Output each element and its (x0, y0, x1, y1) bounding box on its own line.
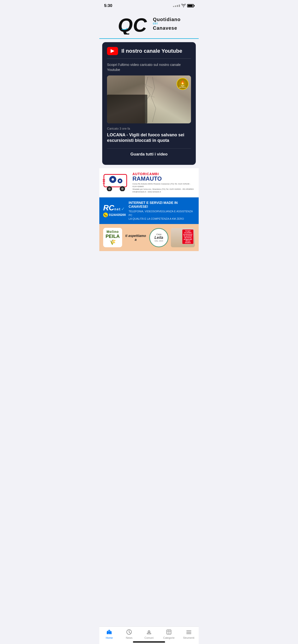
youtube-divider (107, 58, 191, 59)
svg-point-18 (119, 180, 121, 182)
svg-rect-12 (114, 179, 116, 180)
status-icons (173, 4, 194, 8)
app-header: Q C Quotidiano del Canavese (99, 10, 199, 39)
ad-molino[interactable]: Molino PEILA 🌾 ti aspettiamo a Casa Leil… (99, 224, 199, 251)
leila-text: Leila (155, 236, 163, 240)
youtube-play-icon (107, 47, 118, 55)
logo-canavese: Canavese (153, 26, 181, 31)
phone-icon: 📞 (103, 212, 108, 217)
ad-ramauto[interactable]: AUTORICAMBI RAMAUTO Corso Re Arduino 89/… (99, 168, 199, 198)
ad-rcnet[interactable]: RC net ✓ 📞 0124/435200 INTERNET E SERVIZ… (99, 198, 199, 224)
ads-section: AUTORICAMBI RAMAUTO Corso Re Arduino 89/… (99, 168, 199, 251)
svg-rect-10 (112, 181, 113, 183)
rcnet-net: net (114, 207, 121, 211)
video-headline: LOCANA - Vigili del fuoco salvano sei es… (107, 132, 191, 144)
svg-rect-20 (120, 182, 120, 183)
signal-icon (173, 4, 180, 7)
youtube-card[interactable]: Il nostro canale Youtube Scopri l'ultimo… (102, 42, 196, 165)
ramauto-logo (103, 173, 129, 192)
video-timestamp: Caricato 3 ore fa (107, 127, 191, 130)
rcnet-checkmark: ✓ (121, 206, 125, 212)
logo-quotidiano: Quotidiano (153, 17, 181, 22)
svg-rect-11 (109, 179, 111, 180)
badge-circle: 🔥 Vigilidel Fuoco (177, 78, 189, 90)
dal1924: DAL 1924 (155, 240, 163, 242)
scopri-badge: Scoprila nostraproduzionedi prodottida F… (182, 230, 193, 244)
status-time: 5:30 (104, 3, 112, 8)
casa-text: Casa (156, 233, 161, 236)
svg-point-24 (108, 188, 111, 190)
logo-text: Quotidiano del Canavese (153, 17, 181, 30)
watch-all-label: Guarda tutti i video (130, 152, 168, 156)
watch-all-button[interactable]: Guarda tutti i video (107, 148, 191, 160)
logo-del: del (153, 22, 181, 25)
rcnet-phone-number: 0124/435200 (109, 213, 126, 216)
logo-qc-letters: Q C (117, 13, 151, 34)
molino-brand: Molino (106, 230, 119, 234)
youtube-card-title: Il nostro canale Youtube (121, 48, 182, 54)
molino-store-preview: Scoprila nostraproduzionedi prodottida F… (171, 228, 195, 247)
svg-rect-22 (121, 180, 122, 181)
rcnet-sub-text: TELEFONIA, VIDEOSORVEGLIANZA E ASSISTENZ… (129, 210, 195, 221)
video-thumbnail-inner: 🔥 Vigilidel Fuoco (107, 76, 191, 124)
firefighter-badge: 🔥 Vigilidel Fuoco (177, 78, 189, 90)
rcnet-left: RC net ✓ 📞 0124/435200 (103, 204, 126, 217)
svg-point-26 (121, 188, 123, 190)
rcnet-phone: 📞 0124/435200 (103, 212, 126, 217)
youtube-subtitle: Scopri l'ultimo video caricato sul nostr… (107, 62, 191, 72)
rcnet-logo: RC (103, 204, 114, 212)
ramauto-name: RAMAUTO (132, 176, 195, 182)
svg-text:Q: Q (118, 14, 133, 34)
molino-left: Molino PEILA 🌾 (103, 228, 122, 247)
battery-icon (187, 4, 194, 8)
main-content: Il nostro canale Youtube Scopri l'ultimo… (99, 42, 199, 273)
molino-tagline: ti aspettiamo a (124, 234, 147, 242)
molino-grain-icon: 🌾 (109, 239, 116, 245)
rcnet-main-text: INTERNET E SERVIZI MADE IN CANAVESE! (129, 201, 195, 209)
ramauto-text: AUTORICAMBI RAMAUTO Corso Re Arduino 89/… (132, 172, 195, 193)
ramauto-details: Corso Re Arduino 89/91 Rivarolo Canavese… (132, 182, 195, 193)
youtube-card-header: Il nostro canale Youtube (107, 47, 191, 55)
wifi-icon (181, 4, 186, 8)
molino-peila: PEILA (106, 234, 120, 239)
svg-rect-9 (112, 176, 113, 178)
video-thumbnail[interactable]: 🔥 Vigilidel Fuoco (107, 76, 191, 124)
app-logo: Q C Quotidiano del Canavese (117, 13, 181, 34)
svg-rect-21 (117, 180, 119, 181)
rcnet-right: INTERNET E SERVIZI MADE IN CANAVESE! TEL… (129, 201, 195, 221)
svg-text:C: C (133, 14, 147, 34)
status-bar: 5:30 (99, 0, 199, 10)
store-preview-inner: Scoprila nostraproduzionedi prodottida F… (171, 228, 195, 247)
molino-logo: Molino PEILA 🌾 (103, 228, 122, 247)
casa-leila-badge: Casa Leila DAL 1924 (149, 228, 169, 247)
svg-point-8 (112, 178, 114, 181)
svg-rect-19 (120, 178, 120, 180)
